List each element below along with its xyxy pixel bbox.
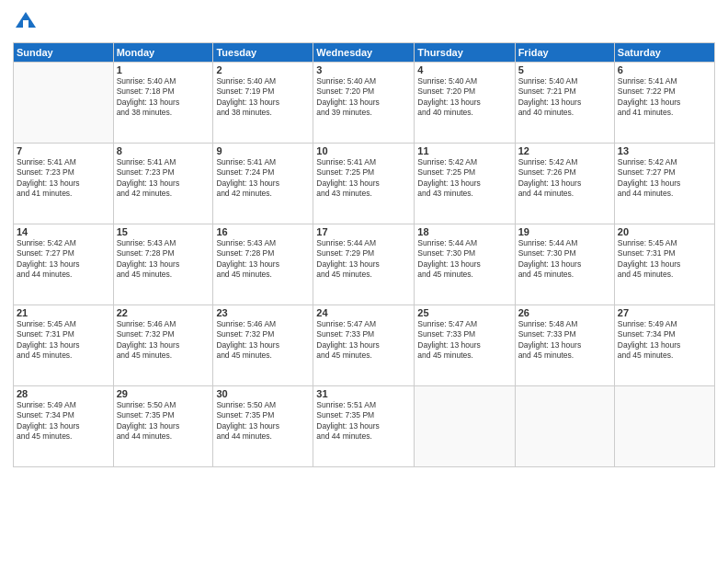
day-info: Sunrise: 5:42 AM Sunset: 7:25 PM Dayligh…: [417, 157, 511, 200]
day-number: 20: [618, 226, 711, 237]
page: SundayMondayTuesdayWednesdayThursdayFrid…: [0, 0, 728, 563]
day-number: 24: [316, 307, 411, 318]
week-row-3: 14Sunrise: 5:42 AM Sunset: 7:27 PM Dayli…: [14, 224, 715, 305]
day-cell: 3Sunrise: 5:40 AM Sunset: 7:20 PM Daylig…: [313, 63, 415, 144]
day-number: 15: [117, 226, 210, 237]
day-cell: 30Sunrise: 5:50 AM Sunset: 7:35 PM Dayli…: [213, 386, 313, 467]
day-number: 28: [17, 388, 110, 399]
day-info: Sunrise: 5:44 AM Sunset: 7:30 PM Dayligh…: [518, 238, 611, 281]
day-number: 6: [618, 64, 711, 75]
day-number: 25: [417, 307, 511, 318]
day-number: 21: [17, 307, 110, 318]
day-info: Sunrise: 5:40 AM Sunset: 7:18 PM Dayligh…: [117, 76, 210, 119]
day-cell: 1Sunrise: 5:40 AM Sunset: 7:18 PM Daylig…: [113, 63, 213, 144]
day-cell: 19Sunrise: 5:44 AM Sunset: 7:30 PM Dayli…: [515, 224, 614, 305]
day-info: Sunrise: 5:44 AM Sunset: 7:30 PM Dayligh…: [417, 238, 511, 281]
day-number: 9: [216, 145, 310, 156]
day-number: 23: [216, 307, 310, 318]
day-info: Sunrise: 5:44 AM Sunset: 7:29 PM Dayligh…: [316, 238, 411, 281]
day-info: Sunrise: 5:43 AM Sunset: 7:28 PM Dayligh…: [117, 238, 210, 281]
day-cell: 27Sunrise: 5:49 AM Sunset: 7:34 PM Dayli…: [614, 305, 714, 386]
day-info: Sunrise: 5:50 AM Sunset: 7:35 PM Dayligh…: [216, 400, 310, 442]
day-cell: 13Sunrise: 5:42 AM Sunset: 7:27 PM Dayli…: [614, 144, 714, 224]
day-cell: 5Sunrise: 5:40 AM Sunset: 7:21 PM Daylig…: [515, 63, 614, 144]
day-number: 22: [117, 307, 210, 318]
day-info: Sunrise: 5:41 AM Sunset: 7:22 PM Dayligh…: [618, 76, 711, 119]
day-cell: 14Sunrise: 5:42 AM Sunset: 7:27 PM Dayli…: [14, 224, 114, 305]
day-cell: 24Sunrise: 5:47 AM Sunset: 7:33 PM Dayli…: [313, 305, 415, 386]
day-cell: 23Sunrise: 5:46 AM Sunset: 7:32 PM Dayli…: [213, 305, 313, 386]
header-sunday: Sunday: [14, 43, 114, 63]
day-cell: 29Sunrise: 5:50 AM Sunset: 7:35 PM Dayli…: [113, 386, 213, 467]
day-number: 29: [117, 388, 210, 399]
day-info: Sunrise: 5:40 AM Sunset: 7:20 PM Dayligh…: [417, 76, 511, 119]
day-info: Sunrise: 5:40 AM Sunset: 7:21 PM Dayligh…: [518, 76, 611, 119]
day-number: 12: [518, 145, 611, 156]
day-number: 31: [316, 388, 411, 399]
week-row-4: 21Sunrise: 5:45 AM Sunset: 7:31 PM Dayli…: [14, 305, 715, 386]
day-number: 3: [316, 64, 411, 75]
day-cell: [614, 386, 714, 467]
calendar: SundayMondayTuesdayWednesdayThursdayFrid…: [13, 42, 715, 467]
day-info: Sunrise: 5:41 AM Sunset: 7:23 PM Dayligh…: [17, 157, 110, 200]
day-cell: 20Sunrise: 5:45 AM Sunset: 7:31 PM Dayli…: [614, 224, 714, 305]
day-info: Sunrise: 5:46 AM Sunset: 7:32 PM Dayligh…: [117, 319, 210, 362]
day-info: Sunrise: 5:50 AM Sunset: 7:35 PM Dayligh…: [117, 400, 210, 442]
day-cell: [515, 386, 614, 467]
header-wednesday: Wednesday: [313, 43, 415, 63]
day-number: 17: [316, 226, 411, 237]
day-info: Sunrise: 5:42 AM Sunset: 7:27 PM Dayligh…: [618, 157, 711, 200]
header-tuesday: Tuesday: [213, 43, 313, 63]
calendar-header-row: SundayMondayTuesdayWednesdayThursdayFrid…: [14, 43, 715, 63]
logo-icon: [13, 9, 39, 35]
day-info: Sunrise: 5:47 AM Sunset: 7:33 PM Dayligh…: [417, 319, 511, 362]
day-cell: [415, 386, 515, 467]
day-cell: 17Sunrise: 5:44 AM Sunset: 7:29 PM Dayli…: [313, 224, 415, 305]
day-info: Sunrise: 5:49 AM Sunset: 7:34 PM Dayligh…: [17, 400, 110, 442]
day-number: 19: [518, 226, 611, 237]
day-cell: 2Sunrise: 5:40 AM Sunset: 7:19 PM Daylig…: [213, 63, 313, 144]
day-number: 8: [117, 145, 210, 156]
header-saturday: Saturday: [614, 43, 714, 63]
day-info: Sunrise: 5:40 AM Sunset: 7:19 PM Dayligh…: [216, 76, 310, 119]
day-number: 30: [216, 388, 310, 399]
day-info: Sunrise: 5:45 AM Sunset: 7:31 PM Dayligh…: [618, 238, 711, 281]
day-number: 4: [417, 64, 511, 75]
day-info: Sunrise: 5:43 AM Sunset: 7:28 PM Dayligh…: [216, 238, 310, 281]
logo: [13, 9, 42, 35]
day-cell: 21Sunrise: 5:45 AM Sunset: 7:31 PM Dayli…: [14, 305, 114, 386]
day-info: Sunrise: 5:42 AM Sunset: 7:26 PM Dayligh…: [518, 157, 611, 200]
day-info: Sunrise: 5:40 AM Sunset: 7:20 PM Dayligh…: [316, 76, 411, 119]
day-number: 1: [117, 64, 210, 75]
week-row-2: 7Sunrise: 5:41 AM Sunset: 7:23 PM Daylig…: [14, 144, 715, 224]
day-number: 11: [417, 145, 511, 156]
day-cell: 16Sunrise: 5:43 AM Sunset: 7:28 PM Dayli…: [213, 224, 313, 305]
day-info: Sunrise: 5:42 AM Sunset: 7:27 PM Dayligh…: [17, 238, 110, 281]
day-cell: 8Sunrise: 5:41 AM Sunset: 7:23 PM Daylig…: [113, 144, 213, 224]
header: [13, 9, 715, 35]
day-info: Sunrise: 5:45 AM Sunset: 7:31 PM Dayligh…: [17, 319, 110, 362]
day-cell: 6Sunrise: 5:41 AM Sunset: 7:22 PM Daylig…: [614, 63, 714, 144]
week-row-5: 28Sunrise: 5:49 AM Sunset: 7:34 PM Dayli…: [14, 386, 715, 467]
day-cell: 9Sunrise: 5:41 AM Sunset: 7:24 PM Daylig…: [213, 144, 313, 224]
day-cell: 4Sunrise: 5:40 AM Sunset: 7:20 PM Daylig…: [415, 63, 515, 144]
day-cell: 18Sunrise: 5:44 AM Sunset: 7:30 PM Dayli…: [415, 224, 515, 305]
day-cell: 28Sunrise: 5:49 AM Sunset: 7:34 PM Dayli…: [14, 386, 114, 467]
header-monday: Monday: [113, 43, 213, 63]
day-cell: 12Sunrise: 5:42 AM Sunset: 7:26 PM Dayli…: [515, 144, 614, 224]
header-friday: Friday: [515, 43, 614, 63]
day-cell: 7Sunrise: 5:41 AM Sunset: 7:23 PM Daylig…: [14, 144, 114, 224]
day-cell: 25Sunrise: 5:47 AM Sunset: 7:33 PM Dayli…: [415, 305, 515, 386]
day-number: 5: [518, 64, 611, 75]
day-info: Sunrise: 5:41 AM Sunset: 7:23 PM Dayligh…: [117, 157, 210, 200]
day-info: Sunrise: 5:41 AM Sunset: 7:25 PM Dayligh…: [316, 157, 411, 200]
day-info: Sunrise: 5:48 AM Sunset: 7:33 PM Dayligh…: [518, 319, 611, 362]
day-number: 13: [618, 145, 711, 156]
day-cell: 10Sunrise: 5:41 AM Sunset: 7:25 PM Dayli…: [313, 144, 415, 224]
day-info: Sunrise: 5:41 AM Sunset: 7:24 PM Dayligh…: [216, 157, 310, 200]
week-row-1: 1Sunrise: 5:40 AM Sunset: 7:18 PM Daylig…: [14, 63, 715, 144]
day-cell: [14, 63, 114, 144]
day-info: Sunrise: 5:49 AM Sunset: 7:34 PM Dayligh…: [618, 319, 711, 362]
day-cell: 11Sunrise: 5:42 AM Sunset: 7:25 PM Dayli…: [415, 144, 515, 224]
day-cell: 31Sunrise: 5:51 AM Sunset: 7:35 PM Dayli…: [313, 386, 415, 467]
